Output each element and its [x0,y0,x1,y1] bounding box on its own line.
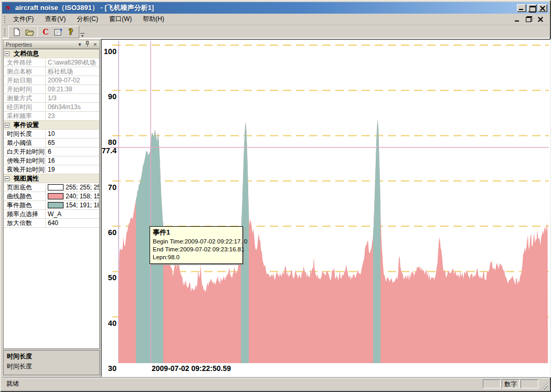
new-document-icon [13,28,21,36]
property-section-2[interactable]: 视图属性 [4,174,99,183]
status-ready-text: 就绪 [2,379,482,388]
child-close-icon[interactable] [537,16,544,22]
main-area: Properties ▼ ✕ 文档信息文件路径C:\awa6298\机场测点名称… [2,39,549,377]
property-row[interactable]: 经历时间06h34m13s [4,103,99,112]
maximize-button[interactable] [527,4,537,12]
minimize-button[interactable] [517,4,526,12]
property-row[interactable]: 开始时间09:21:38 [4,85,99,94]
property-row[interactable]: 页面底色255; 255; 255 [4,183,99,192]
y-tick-label: 70 [108,183,116,192]
property-value[interactable]: 16 [46,156,99,165]
property-row[interactable]: 文件路径C:\awa6298\机场 [4,58,99,67]
property-label: 采样频率 [4,112,46,120]
property-value[interactable]: 240; 158; 158 [46,192,99,200]
property-row[interactable]: 放大倍数640 [4,219,99,228]
property-row[interactable]: 白天开始时间6 [4,147,99,156]
properties-panel-title: Properties [6,41,75,48]
y-tick-label: 80 [108,138,116,146]
new-document-button[interactable] [11,27,23,37]
property-row[interactable]: 傍晚开始时间16 [4,156,99,165]
property-value[interactable]: 6 [46,147,99,156]
property-label: 事件颜色 [4,201,46,209]
property-row[interactable]: 曲线颜色240; 158; 158 [4,192,99,201]
property-value: 2009-07-02 [46,76,99,84]
toolbar-overflow-chevron-icon[interactable]: ▾ [80,33,84,38]
panel-menu-chevron-icon[interactable]: ▼ [78,42,82,47]
property-value[interactable]: 10 [46,130,99,138]
y-tick-label: 77.4 [102,146,116,155]
y-tick-label: 50 [108,273,116,282]
panel-close-icon[interactable]: ✕ [93,42,97,47]
collapse-icon[interactable] [5,51,9,56]
property-label: 曲线颜色 [4,192,46,200]
property-description-box: 时间长度 时间长度 [3,350,100,375]
event-tooltip: 事件1 Begin Time:2009-07-02 09:22:17. 0 En… [150,226,243,264]
event-tooltip-title: 事件1 [153,228,240,237]
y-tick-label: 90 [108,92,116,101]
property-row[interactable]: 采样频率23 [4,112,99,121]
property-label: 最小阈值 [4,139,46,147]
property-value[interactable]: 65 [46,139,99,147]
property-row[interactable]: 测量方式1/3 [4,94,99,103]
menu-item-window[interactable]: 窗口(W) [104,13,136,25]
noise-level-plot[interactable]: 100908077.470605040302009-07-02 09:22:50… [102,40,550,376]
panel-pin-icon[interactable] [85,41,90,48]
title-bar[interactable]: ✈ aircraft noise（ISO3891） - [飞机噪声分析1] [2,2,549,14]
event-lepn: Lepn:98.0 [153,253,240,261]
property-description-title: 时间长度 [7,352,96,361]
cursor-time-label: 2009-07-02 09:22:50.59 [152,364,231,373]
child-minimize-icon[interactable] [514,16,521,22]
status-cell-empty-1 [483,379,501,388]
property-label: 白天开始时间 [4,147,46,156]
property-value[interactable]: W_A [46,210,99,218]
menu-item-analysis[interactable]: 分析(C) [72,13,103,25]
property-label: 开始日期 [4,76,46,84]
help-button[interactable]: ? [65,27,77,37]
event-region-3 [373,41,380,363]
open-folder-icon [25,28,34,36]
menu-grip-handle[interactable] [4,15,6,24]
property-value[interactable]: 19 [46,165,99,174]
property-label: 页面底色 [4,183,46,192]
toolbar-grip-handle[interactable] [4,28,6,36]
property-label: 放大倍数 [4,219,46,227]
open-file-button[interactable] [24,27,35,37]
property-value: 栎社机场 [46,67,99,76]
color-swatch[interactable] [48,193,63,199]
c-weighting-button[interactable]: C [40,27,51,37]
chart-panel: 100908077.470605040302009-07-02 09:22:50… [101,39,551,377]
event-region-2 [241,41,249,363]
property-label: 时间长度 [4,130,46,138]
color-swatch[interactable] [48,184,63,190]
property-row[interactable]: 时间长度10 [4,130,99,139]
close-button[interactable] [538,4,547,12]
property-section-0[interactable]: 文档信息 [4,49,99,58]
properties-icon [54,28,63,36]
property-row[interactable]: 夜晚开始时间19 [4,165,99,174]
child-restore-icon[interactable] [526,16,532,22]
property-row[interactable]: 测点名称栎社机场 [4,67,99,76]
help-icon: ? [69,27,73,37]
property-value: C:\awa6298\机场 [46,58,99,67]
property-value[interactable]: 154; 191; 184 [46,201,99,209]
property-value[interactable]: 255; 255; 255 [46,183,99,192]
properties-button[interactable] [52,27,64,37]
menu-item-view[interactable]: 查看(V) [40,13,70,25]
property-description-text: 时间长度 [7,362,96,371]
property-value[interactable]: 640 [46,219,99,227]
property-row[interactable]: 开始日期2009-07-02 [4,76,99,85]
property-label: 文件路径 [4,58,46,67]
properties-panel-header[interactable]: Properties ▼ ✕ [3,40,100,49]
resize-grip[interactable] [541,383,548,390]
event-region-1 [136,41,163,363]
menu-item-help[interactable]: 帮助(H) [138,13,169,25]
property-value: 09:21:38 [46,85,99,93]
property-row[interactable]: 频率点选择W_A [4,210,99,219]
property-row[interactable]: 最小阈值65 [4,139,99,147]
menu-item-file[interactable]: 文件(F) [8,13,38,25]
color-swatch[interactable] [48,202,63,208]
collapse-icon[interactable] [5,123,9,128]
property-row[interactable]: 事件颜色154; 191; 184 [4,201,99,210]
property-section-1[interactable]: 事件设置 [4,121,99,130]
collapse-icon[interactable] [5,176,9,181]
